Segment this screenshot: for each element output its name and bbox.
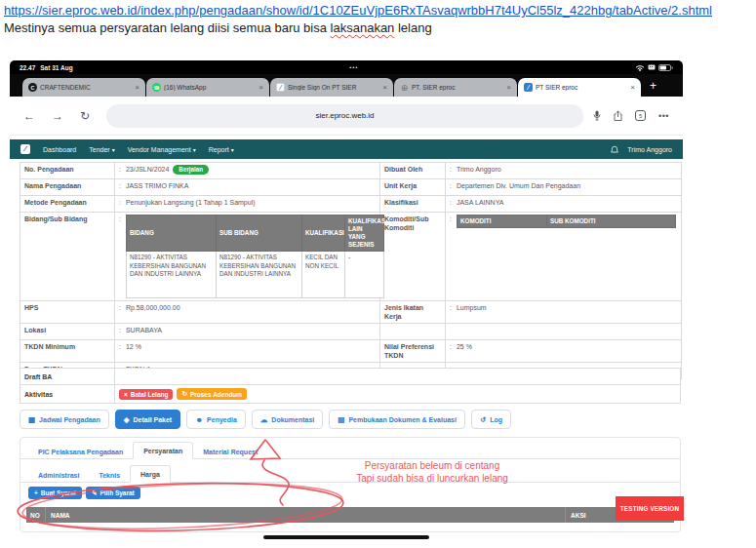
tab-persyaratan[interactable]: Persyaratan bbox=[133, 442, 193, 459]
browser-tab-craftendemic[interactable]: C CRAFTENDEMIC × bbox=[22, 78, 145, 97]
detail-label bbox=[380, 324, 446, 340]
colon-separator: : bbox=[450, 199, 452, 206]
detail-label: Jenis Ikatan Kerja bbox=[380, 301, 446, 324]
bidang-col-header: KUALIFIKASI bbox=[301, 215, 344, 252]
nav-item-tender[interactable]: Tender▾ bbox=[89, 146, 114, 153]
status-bar: 22.47 Sat 31 Aug ••• bbox=[10, 60, 683, 74]
tab-label: Single Sign On PT SIER bbox=[288, 84, 379, 91]
browser-tab-eproc-active[interactable]: ⁄ PT SIER eproc × bbox=[518, 78, 641, 97]
pencil-icon: ✎ bbox=[92, 489, 97, 497]
colon-separator: : bbox=[119, 215, 121, 223]
nav-item-dashboard[interactable]: Dashboard bbox=[43, 146, 76, 153]
komoditi-table: KOMODITI SUB KOMODITI bbox=[457, 215, 676, 228]
cloud-icon: ☁ bbox=[260, 415, 268, 424]
komoditi-col-header: SUB KOMODITI bbox=[546, 215, 675, 228]
reload-button[interactable]: ↻ bbox=[80, 109, 90, 123]
microphone-icon[interactable] bbox=[593, 110, 601, 121]
status-time: 22.47 bbox=[20, 64, 35, 71]
close-tab-icon[interactable]: × bbox=[506, 83, 511, 92]
tab-dokumentasi[interactable]: ☁Dokumentasi bbox=[252, 410, 323, 429]
sier-logo-icon[interactable]: ⁄ bbox=[20, 144, 30, 154]
proses-adendum-button[interactable]: ↻Proses Adendum bbox=[177, 388, 247, 400]
user-menu[interactable]: Trimo Anggoro bbox=[627, 146, 672, 153]
globe-favicon-icon: ⊕ bbox=[400, 83, 409, 92]
detail-label: TKDN Minimum bbox=[20, 340, 115, 363]
chevron-down-icon: ▾ bbox=[193, 147, 196, 153]
colon-separator: : bbox=[119, 166, 121, 173]
close-tab-icon[interactable]: × bbox=[630, 83, 635, 92]
detail-label: Bidang/Sub Bidang bbox=[20, 213, 115, 301]
subtab-administrasi[interactable]: Administrasi bbox=[28, 467, 89, 483]
subtab-harga[interactable]: Harga bbox=[130, 465, 171, 483]
detail-value: :Rp.58,000,000.00 bbox=[115, 301, 380, 324]
status-badge: Berjalan bbox=[173, 165, 209, 175]
home-indicator[interactable] bbox=[263, 535, 429, 539]
buat-syarat-button[interactable]: +Buat Syarat bbox=[28, 487, 82, 499]
more-menu-button[interactable]: ••• bbox=[658, 111, 669, 121]
chevron-down-icon: ▾ bbox=[231, 147, 234, 153]
nav-item-vendor-management[interactable]: Vendor Management▾ bbox=[128, 146, 196, 153]
detail-label: Dibuat Oleh bbox=[380, 163, 446, 179]
bidang-cell: - bbox=[344, 252, 383, 298]
browser-tab-eproc[interactable]: ⊕ PT. SIER eproc × bbox=[394, 78, 517, 97]
detail-value: :JASA LAINNYA bbox=[446, 196, 682, 213]
history-icon: ↺ bbox=[480, 415, 486, 424]
tab-log[interactable]: ↺Log bbox=[471, 410, 511, 429]
detail-label: HPS bbox=[20, 301, 115, 324]
tab-material-request[interactable]: Material Request bbox=[193, 444, 267, 459]
close-tab-icon[interactable]: × bbox=[259, 83, 263, 92]
new-tab-button[interactable]: + bbox=[650, 79, 657, 93]
sier-logo-favicon-icon: ⁄ bbox=[524, 83, 533, 92]
detail-label: Klasifikasi bbox=[380, 196, 446, 213]
whatsapp-favicon-icon: ☎ bbox=[152, 83, 161, 92]
forward-button[interactable]: → bbox=[52, 109, 63, 123]
detail-value: : KOMODITI SUB KOMODITI bbox=[446, 213, 682, 301]
pilih-syarat-button[interactable]: ✎Pilih Syarat bbox=[86, 487, 140, 499]
tab-detail-paket[interactable]: ◈Detail Paket bbox=[115, 410, 180, 429]
browser-tab-sso[interactable]: ⁄ Single Sign On PT SIER × bbox=[270, 78, 393, 97]
colon-separator: : bbox=[450, 215, 452, 223]
detail-value: :Departemen Div. Umum Dan Pengadaan bbox=[446, 179, 682, 196]
x-icon: × bbox=[124, 391, 128, 398]
share-icon[interactable] bbox=[614, 110, 622, 121]
close-tab-icon[interactable]: × bbox=[135, 83, 139, 92]
tab-penyedia[interactable]: ☻Penyedia bbox=[186, 410, 246, 429]
batal-lelang-button[interactable]: ×Batal Lelang bbox=[119, 389, 173, 400]
tab-pic-pelaksana[interactable]: PIC Pelaksana Pengadaan bbox=[28, 444, 133, 459]
back-button[interactable]: ← bbox=[23, 109, 35, 123]
bidang-table: BIDANG SUB BIDANG KUALIFIKASI KUALIFIKAS… bbox=[126, 215, 384, 298]
close-tab-icon[interactable]: × bbox=[382, 83, 387, 92]
detail-label: Lokasi bbox=[20, 324, 115, 340]
detail-value: :Lumpsum bbox=[446, 301, 682, 324]
detail-value: :23/JSLN/2024Berjalan bbox=[115, 163, 380, 179]
detail-label: Nilai Preferensi TKDN bbox=[380, 340, 446, 363]
procurement-url-link[interactable]: https://sier.eproc.web.id/index.php/peng… bbox=[4, 3, 753, 20]
detail-label: No. Pengadaan bbox=[20, 163, 115, 179]
bidang-col-header: KUALIFIKASI LAIN YANG SEJENIS bbox=[344, 215, 383, 252]
subtab-teknis[interactable]: Teknis bbox=[89, 467, 130, 483]
sier-logo-favicon-icon: ⁄ bbox=[276, 83, 285, 92]
bidang-cell: KECIL DAN NON KECIL bbox=[301, 252, 344, 298]
draft-ba-label: Draft BA bbox=[20, 369, 115, 384]
detail-value: :Trimo Anggoro bbox=[446, 163, 682, 179]
tab-overview-button[interactable]: 5 bbox=[635, 110, 646, 121]
draft-aktivitas-box: Draft BA Aktivitas ×Batal Lelang ↻Proses… bbox=[20, 368, 681, 404]
red-annotation-note: Persyaratan beleum di centang Tapi sudah… bbox=[310, 460, 554, 485]
nav-item-report[interactable]: Report▾ bbox=[209, 146, 234, 153]
tab-jadwal-pengadaan[interactable]: ▦Jadwal Pengadaan bbox=[20, 410, 109, 429]
tab-pembukaan-dokumen[interactable]: ▤Pembukaan Dokumen & Evaluasi bbox=[329, 410, 465, 429]
chevron-down-icon: ▾ bbox=[112, 147, 115, 153]
bell-icon[interactable] bbox=[611, 145, 618, 154]
colon-separator: : bbox=[450, 182, 452, 189]
address-bar[interactable]: sier.eproc.web.id bbox=[106, 104, 583, 128]
colon-separator: : bbox=[450, 304, 452, 311]
detail-label: Komoditi/Sub Komoditi bbox=[380, 213, 446, 301]
colon-separator: : bbox=[450, 166, 452, 173]
battery-icon bbox=[658, 64, 673, 71]
colon-separator: : bbox=[119, 343, 121, 350]
refresh-icon: ↻ bbox=[181, 390, 186, 398]
browser-toolbar: ← → ↻ sier.eproc.web.id 5 ••• bbox=[10, 97, 683, 136]
note-caption: Mestinya semua persyaratan lelang diisi … bbox=[4, 20, 753, 36]
detail-value: :SURABAYA bbox=[115, 324, 380, 340]
browser-tab-whatsapp[interactable]: ☎ (16) WhatsApp × bbox=[146, 78, 269, 97]
